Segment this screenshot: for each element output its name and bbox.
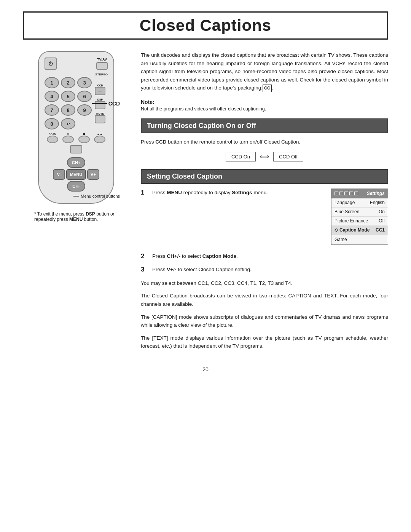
settings-row-blue-screen: Blue ScreenOn <box>331 208 388 217</box>
step-2-content: Press CH+/- to select Caption Mode. <box>152 252 388 260</box>
ch-plus-label: CH+ <box>72 160 80 165</box>
ccd-on-box: CCD On <box>226 152 256 161</box>
body-para-2: The Closed Caption broadcasts can be vie… <box>141 292 388 308</box>
scan-label-2: ⊙ <box>67 133 69 136</box>
scan-button-2[interactable] <box>62 136 74 143</box>
left-column: CCD Menu control buttons ⏻ TV/AV <box>23 51 129 222</box>
scan-button-3[interactable] <box>78 136 90 143</box>
num-btn-2[interactable]: 2 <box>61 77 75 88</box>
num-btn-4[interactable]: 4 <box>45 91 59 102</box>
ccd-toggle-diagram: CCD On ⟺ CCD Off <box>141 152 388 161</box>
ch-minus-button[interactable]: CH- <box>67 181 85 192</box>
v-plus-label: V+ <box>91 172 96 177</box>
v-plus-button[interactable]: V+ <box>87 169 99 180</box>
ccd-arrow: ⟺ <box>260 152 269 161</box>
ccd-off-box: CCD Off <box>273 152 303 161</box>
remote-body: ⏻ TV/AV STEREO <box>38 51 114 204</box>
scan-button[interactable] <box>47 136 58 143</box>
scan-item: SCAN <box>47 133 58 143</box>
settings-menu-boxes <box>335 190 358 197</box>
step-1: 1 Settings Langua <box>141 189 388 247</box>
footnote-text: * To exit the menu, press DSP button or … <box>34 211 115 222</box>
scan-label-3: ◼ <box>83 133 85 136</box>
step-3: 3 Press V+/- to select Closed Caption se… <box>141 265 388 274</box>
box-sq-4 <box>349 192 353 195</box>
box-sq-5 <box>354 192 358 195</box>
num-btn-8[interactable]: 8 <box>61 104 75 116</box>
ccd-side-label: CCD <box>97 84 103 87</box>
settings-menu-header: Settings <box>331 189 388 198</box>
eject-button[interactable] <box>70 145 82 153</box>
ch-minus-label: CH- <box>72 184 80 189</box>
num-btn-symbol[interactable]: ↩ <box>61 118 75 129</box>
body-para-3: The [CAPTION] mode shows subscripts of d… <box>141 313 388 329</box>
cruciform-bot: CH- <box>67 181 85 192</box>
ch-plus-button[interactable]: CH+ <box>67 157 85 168</box>
num-btn-5[interactable]: 5 <box>61 91 75 102</box>
section1-description: Press CCD button on the remote control t… <box>141 138 388 146</box>
numpad-row-3: 7 8 9 <box>45 104 92 116</box>
scan-item-3: ◼ <box>78 133 90 143</box>
page-title: Closed Captions <box>32 16 379 35</box>
step-3-content: Press V+/- to select Closed Caption sett… <box>152 265 388 274</box>
v-minus-button[interactable]: V- <box>53 169 65 180</box>
right-column: The unit decodes and displays the closed… <box>141 51 388 355</box>
page-number: 20 <box>23 366 388 372</box>
tv-av-area: TV/AV <box>96 58 108 70</box>
page-title-box: Closed Captions <box>23 11 388 40</box>
settings-menu: Settings LanguageEnglish Blue ScreenOn P… <box>331 189 388 245</box>
note-label: Note: <box>141 99 388 105</box>
tv-av-button[interactable] <box>96 62 108 70</box>
note-text: Not all the programs and videos will off… <box>141 106 388 112</box>
mute-button[interactable] <box>95 115 105 123</box>
box-sq-3 <box>344 192 348 195</box>
settings-menu-header-label: Settings <box>367 190 385 197</box>
settings-row-picture-enhance: Picture EnhanceOff <box>331 217 388 226</box>
note-box: Note: Not all the programs and videos wi… <box>141 99 388 112</box>
remote-footnote: * To exit the menu, press DSP button or … <box>34 211 118 222</box>
scan-label-4: ⏮⏭ <box>97 133 102 136</box>
step-3-num: 3 <box>141 266 148 273</box>
menu-control-annotation: Menu control buttons <box>81 194 120 198</box>
num-btn-7[interactable]: 7 <box>45 104 59 116</box>
body-para-4: The [TEXT] mode displays various informa… <box>141 334 388 350</box>
numpad-row-4: 0 ↩ <box>45 118 92 129</box>
remote-top-row: ⏻ TV/AV <box>45 58 108 70</box>
num-btn-1[interactable]: 1 <box>45 77 59 88</box>
v-minus-label: V- <box>57 172 61 177</box>
body-para-1: You may select between CC1, CC2, CC3, CC… <box>141 279 388 288</box>
step-2-num: 2 <box>141 252 148 260</box>
section2-header: Setting Closed Caption <box>141 169 388 184</box>
num-btn-9[interactable]: 9 <box>77 104 92 116</box>
menu-button[interactable]: MENU <box>66 169 86 180</box>
ccd-side-button[interactable]: — <box>95 87 105 95</box>
cruciform-mid: V- MENU V+ <box>53 169 99 180</box>
cruciform-controls: CH+ V- MENU V+ <box>45 157 108 192</box>
num-btn-0[interactable]: 0 <box>45 118 59 129</box>
step-1-num: 1 <box>141 189 148 197</box>
cruciform-top: CH+ <box>67 157 85 168</box>
step-1-content: Settings LanguageEnglish Blue ScreenOn P… <box>152 189 388 247</box>
diamond-icon: ◇ <box>335 227 338 233</box>
numpad-row-2: 4 5 6 <box>45 91 92 102</box>
box-sq-1 <box>335 192 338 195</box>
menu-label: MENU <box>70 172 82 177</box>
numpad-row-1: 1 2 3 <box>45 77 92 88</box>
power-button[interactable]: ⏻ <box>45 58 57 70</box>
scan-button-4[interactable] <box>94 136 105 143</box>
settings-row-caption-mode: ◇Caption ModeCC1 <box>331 226 388 235</box>
ccd-annotation-label: CCD <box>108 101 120 107</box>
cc-symbol: CC <box>263 85 272 92</box>
intro-text: The unit decodes and displays the closed… <box>141 51 388 92</box>
numpad-column: 1 2 3 4 5 6 7 <box>45 77 92 131</box>
eject-row <box>45 145 108 153</box>
num-btn-3[interactable]: 3 <box>77 77 92 88</box>
scan-button-row: SCAN ⊙ ◼ ⏮⏭ <box>45 133 108 143</box>
scan-item-2: ⊙ <box>62 133 74 143</box>
num-btn-6[interactable]: 6 <box>77 91 92 102</box>
mute-label: MUTE <box>96 112 104 115</box>
settings-row-game: Game <box>331 235 388 244</box>
stereo-label: STEREO <box>95 73 108 76</box>
section1-header: Turning Closed Caption On or Off <box>141 118 388 133</box>
box-sq-2 <box>339 192 343 195</box>
